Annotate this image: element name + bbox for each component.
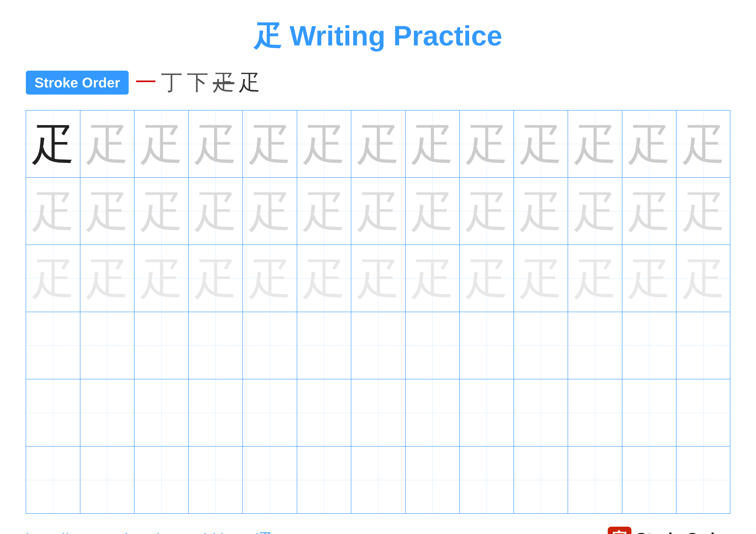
grid-cell[interactable]: 疋 (26, 245, 80, 312)
grid-cell[interactable] (26, 446, 80, 513)
grid-cell[interactable]: 疋 (622, 178, 677, 244)
grid-cell[interactable] (514, 446, 568, 513)
grid-cell[interactable]: 疋 (134, 111, 189, 177)
grid-cell[interactable] (297, 446, 351, 513)
grid-cell[interactable] (243, 446, 297, 513)
grid-cell[interactable] (243, 312, 297, 379)
grid-cell[interactable] (297, 312, 351, 379)
grid-cell[interactable] (514, 379, 568, 446)
character-ghost: 疋 (32, 190, 74, 233)
stroke-3: 下 (187, 68, 208, 97)
grid-cell[interactable]: 疋 (406, 178, 460, 244)
grid-cell[interactable]: 疋 (26, 178, 80, 244)
character-ghost: 疋 (357, 257, 400, 300)
grid-cell[interactable]: 疋 (406, 245, 460, 312)
grid-cell[interactable] (514, 312, 568, 379)
character-ghost: 疋 (628, 190, 671, 233)
grid-cell[interactable]: 疋 (568, 245, 622, 312)
grid-cell[interactable] (460, 446, 514, 513)
grid-cell[interactable] (189, 312, 243, 379)
grid-cell[interactable]: 疋 (351, 178, 406, 244)
grid-cell[interactable]: 疋 (134, 178, 189, 244)
grid-cell[interactable] (406, 312, 460, 379)
grid-cell[interactable]: 疋 (189, 178, 243, 244)
character-ghost: 疋 (194, 122, 237, 165)
grid-cell[interactable]: 疋 (676, 178, 731, 244)
grid-cell[interactable]: 疋 (351, 111, 406, 177)
grid-row-3: 疋 疋 疋 疋 疋 疋 疋 疋 疋 疋 疋 疋 疋 (26, 245, 730, 312)
grid-cell[interactable] (568, 379, 622, 446)
grid-cell[interactable]: 疋 (568, 178, 622, 244)
grid-cell[interactable]: 疋 (514, 111, 568, 177)
grid-cell[interactable] (622, 379, 677, 446)
character-ghost: 疋 (32, 257, 74, 300)
grid-cell[interactable] (351, 446, 406, 513)
grid-cell[interactable]: 疋 (297, 111, 351, 177)
grid-cell[interactable]: 疋 (80, 178, 135, 244)
grid-cell[interactable] (80, 446, 135, 513)
character-ghost: 疋 (574, 122, 617, 165)
grid-cell[interactable] (622, 312, 677, 379)
page-title: 疋 Writing Practice (26, 17, 730, 55)
grid-cell[interactable]: 疋 (568, 111, 622, 177)
grid-cell[interactable] (134, 312, 189, 379)
grid-cell[interactable] (676, 312, 731, 379)
character-ghost: 疋 (86, 122, 129, 165)
grid-cell[interactable] (351, 312, 406, 379)
grid-cell[interactable]: 疋 (676, 245, 731, 312)
grid-cell[interactable] (134, 379, 189, 446)
grid-cell[interactable] (26, 312, 80, 379)
character-ghost: 疋 (465, 122, 508, 165)
grid-cell[interactable]: 疋 (80, 245, 135, 312)
grid-cell[interactable] (676, 446, 731, 513)
grid-cell[interactable]: 疋 (351, 245, 406, 312)
footer-url[interactable]: https://www.strokeorder.com/chinese/疋 (26, 529, 272, 534)
grid-cell[interactable] (460, 312, 514, 379)
grid-cell[interactable]: 疋 (189, 111, 243, 177)
grid-cell[interactable] (134, 446, 189, 513)
grid-cell[interactable] (622, 446, 677, 513)
character-ghost: 疋 (519, 122, 562, 165)
grid-cell[interactable]: 疋 (80, 111, 135, 177)
page: 疋 Writing Practice Stroke Order 一 丁 下 疋 … (0, 0, 756, 534)
grid-cell[interactable] (351, 379, 406, 446)
grid-cell[interactable]: 疋 (243, 111, 297, 177)
grid-cell[interactable]: 疋 (243, 178, 297, 244)
grid-cell[interactable]: 疋 (622, 245, 677, 312)
grid-cell[interactable] (406, 379, 460, 446)
grid-cell[interactable] (460, 379, 514, 446)
grid-cell[interactable] (297, 379, 351, 446)
grid-cell[interactable]: 疋 (134, 245, 189, 312)
grid-cell[interactable]: 疋 (460, 111, 514, 177)
character-ghost: 疋 (519, 190, 562, 233)
grid-cell[interactable]: 疋 (514, 245, 568, 312)
grid-cell[interactable]: 疋 (622, 111, 677, 177)
grid-cell[interactable] (189, 379, 243, 446)
grid-cell[interactable]: 疋 (189, 245, 243, 312)
grid-cell[interactable] (243, 379, 297, 446)
grid-cell[interactable]: 疋 (460, 178, 514, 244)
grid-cell[interactable] (568, 446, 622, 513)
grid-cell[interactable]: 疋 (26, 111, 80, 177)
character-ghost: 疋 (248, 257, 291, 300)
grid-cell[interactable] (80, 379, 135, 446)
character-ghost: 疋 (248, 190, 291, 233)
grid-cell[interactable] (80, 312, 135, 379)
grid-cell[interactable]: 疋 (676, 111, 731, 177)
character-ghost: 疋 (465, 190, 508, 233)
grid-cell[interactable]: 疋 (297, 178, 351, 244)
grid-cell[interactable] (676, 379, 731, 446)
grid-cell[interactable]: 疋 (460, 245, 514, 312)
character-ghost: 疋 (574, 257, 617, 300)
grid-cell[interactable]: 疋 (514, 178, 568, 244)
grid-row-2: 疋 疋 疋 疋 疋 疋 疋 疋 疋 疋 疋 疋 疋 (26, 178, 730, 245)
grid-cell[interactable] (26, 379, 80, 446)
grid-cell[interactable] (406, 446, 460, 513)
grid-cell[interactable]: 疋 (297, 245, 351, 312)
stroke-images: 一 丁 下 疋 疋 (135, 68, 260, 97)
grid-cell[interactable] (568, 312, 622, 379)
character-ghost: 疋 (140, 257, 183, 300)
grid-cell[interactable]: 疋 (406, 111, 460, 177)
grid-cell[interactable]: 疋 (243, 245, 297, 312)
grid-cell[interactable] (189, 446, 243, 513)
